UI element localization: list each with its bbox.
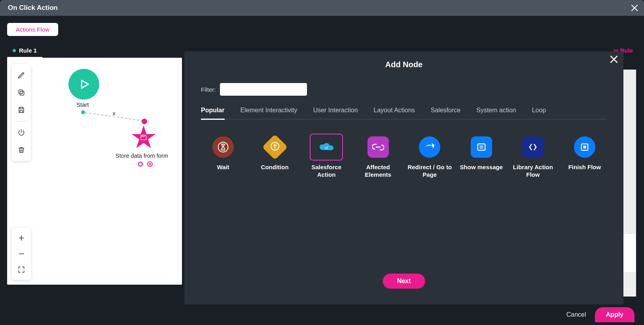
- category-tab-layout-actions[interactable]: Layout Actions: [374, 107, 415, 119]
- node-choice-wait[interactable]: Wait: [201, 134, 245, 179]
- close-dialog-icon[interactable]: [630, 3, 639, 13]
- node-choice-library-action-flow[interactable]: Library Action Flow: [511, 134, 555, 179]
- store-node-actions: [138, 161, 153, 167]
- category-tab-user-interaction[interactable]: User Interaction: [313, 107, 358, 119]
- node-port-icon[interactable]: [138, 161, 143, 167]
- node-choice-label: Redirect / Go to Page: [407, 164, 452, 179]
- edge-delete-icon[interactable]: x: [111, 110, 117, 117]
- dialog-title: On Click Action: [8, 4, 58, 12]
- start-node-port[interactable]: [81, 110, 85, 114]
- category-tab-salesforce[interactable]: Salesforce: [431, 107, 461, 119]
- flow-canvas[interactable]: Start x Store data from form: [7, 58, 182, 285]
- node-choice-label: Salesforce Action: [304, 164, 349, 179]
- cancel-button[interactable]: Cancel: [566, 311, 586, 318]
- node-choice-show-message[interactable]: Show message: [459, 134, 504, 179]
- add-node-modal: Add Node Filter: PopularElement Interact…: [184, 51, 623, 304]
- condition-icon: [262, 134, 288, 160]
- node-choice-label: Finish Flow: [568, 164, 601, 171]
- wait-icon: [210, 134, 236, 160]
- svg-rect-9: [583, 146, 586, 149]
- svg-point-2: [138, 162, 142, 166]
- category-tab-popular[interactable]: Popular: [201, 107, 225, 120]
- filter-row: Filter:: [201, 83, 307, 96]
- dialog-footer: Cancel Apply: [0, 304, 644, 325]
- pencil-icon[interactable]: [13, 67, 29, 83]
- store-data-node[interactable]: [131, 124, 157, 150]
- canvas-zoom-toolbar: [12, 228, 31, 280]
- node-choice-label: Library Action Flow: [511, 164, 555, 179]
- node-choice-label: Show message: [460, 164, 503, 171]
- category-tab-system-action[interactable]: System action: [476, 107, 516, 119]
- node-add-icon[interactable]: [147, 161, 153, 167]
- category-tabs: PopularElement InteractivityUser Interac…: [201, 107, 607, 119]
- content-area: Actions Flow Rule 1 w Rule: [0, 16, 644, 308]
- apply-button[interactable]: Apply: [595, 307, 635, 322]
- show-message-icon: [469, 134, 494, 160]
- status-dot-icon: [13, 49, 16, 52]
- node-choice-affected-elements[interactable]: Affected Elements: [356, 134, 400, 179]
- power-icon[interactable]: [13, 125, 29, 140]
- store-node-label: Store data from form: [116, 153, 168, 159]
- node-choice-finish-flow[interactable]: Finish Flow: [563, 134, 607, 179]
- svg-rect-0: [20, 91, 24, 95]
- svg-rect-7: [477, 144, 485, 150]
- trash-icon[interactable]: [13, 142, 29, 158]
- next-button[interactable]: Next: [383, 274, 425, 289]
- toolbar-separator: [15, 121, 28, 121]
- zoom-in-icon[interactable]: [13, 230, 29, 246]
- category-tab-element-interactivity[interactable]: Element Interactivity: [241, 107, 297, 119]
- copy-icon[interactable]: [13, 85, 29, 100]
- library-action-flow-icon: [520, 134, 546, 160]
- affected-elements-icon: [366, 134, 391, 160]
- canvas-edit-toolbar: [12, 64, 31, 161]
- save-icon[interactable]: [13, 102, 29, 118]
- node-choice-label: Affected Elements: [356, 164, 400, 179]
- svg-rect-1: [19, 90, 23, 94]
- node-choice-redirect[interactable]: Redirect / Go to Page: [407, 134, 452, 179]
- fit-screen-icon[interactable]: [13, 262, 29, 278]
- start-node[interactable]: [68, 69, 99, 100]
- node-choice-label: Wait: [217, 164, 229, 171]
- actions-flow-button[interactable]: Actions Flow: [7, 23, 58, 36]
- salesforce-action-icon: sf: [311, 134, 342, 160]
- rule-tab[interactable]: Rule 1: [7, 43, 42, 58]
- node-choices-row: WaitConditionsfSalesforce ActionAffected…: [201, 134, 607, 179]
- category-tab-loop[interactable]: Loop: [532, 107, 546, 119]
- node-choice-label: Condition: [261, 164, 289, 171]
- svg-point-4: [218, 142, 228, 152]
- filter-label: Filter:: [201, 86, 216, 93]
- title-bar: On Click Action: [0, 0, 644, 16]
- start-node-label: Start: [76, 101, 89, 108]
- filter-input[interactable]: [220, 83, 307, 96]
- store-node-port[interactable]: [142, 119, 147, 124]
- modal-title: Add Node: [184, 60, 623, 69]
- rule-tab-label: Rule 1: [19, 47, 37, 54]
- node-choice-salesforce-action[interactable]: sfSalesforce Action: [304, 134, 349, 179]
- node-choice-condition[interactable]: Condition: [253, 134, 297, 179]
- redirect-icon: [417, 134, 442, 160]
- svg-text:sf: sf: [325, 145, 328, 150]
- zoom-out-icon[interactable]: [13, 246, 29, 262]
- finish-flow-icon: [572, 134, 597, 160]
